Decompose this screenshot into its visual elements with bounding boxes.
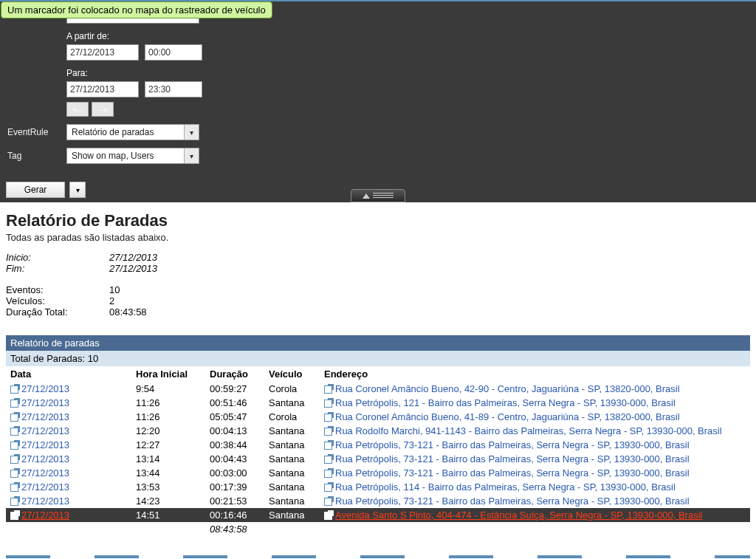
generate-button[interactable]: Gerar (6, 182, 65, 198)
section-header: Relatório de paradas (6, 335, 750, 351)
date-link[interactable]: 27/12/2013 (21, 467, 69, 479)
from-label: A partir de: (66, 31, 202, 41)
address-link[interactable]: Rua Petrópolis, 73-121 - Bairro das Palm… (335, 467, 690, 479)
to-time-input[interactable] (145, 81, 202, 97)
from-time-input[interactable] (145, 44, 202, 61)
external-link-icon[interactable] (324, 512, 332, 520)
col-endereco[interactable]: Endereço (320, 366, 750, 382)
address-link[interactable]: Rua Coronel Amâncio Bueno, 41-89 - Centr… (335, 411, 680, 422)
cell-veiculo: Corola (264, 382, 320, 396)
address-link[interactable]: Rua Petrópolis, 73-121 - Bairro das Palm… (335, 453, 690, 464)
fim-label: Fim: (6, 263, 109, 274)
external-link-icon[interactable] (324, 456, 332, 464)
table-row[interactable]: 27/12/201311:2600:51:46SantanaRua Petróp… (6, 396, 750, 410)
date-link[interactable]: 27/12/2013 (21, 411, 69, 422)
external-link-icon[interactable] (10, 442, 18, 450)
external-link-icon[interactable] (10, 414, 18, 422)
chevron-down-icon: ▾ (76, 186, 80, 194)
report-title: Relatório de Paradas (6, 211, 750, 230)
external-link-icon[interactable] (324, 484, 332, 492)
table-row[interactable]: 27/12/20139:5400:59:27CorolaRua Coronel … (6, 382, 750, 396)
report-subtitle: Todas as paradas são listadas abaixo. (6, 232, 750, 243)
chevron-down-icon: ▾ (184, 148, 199, 163)
grip-lines-icon (373, 193, 394, 199)
cell-veiculo: Santana (264, 396, 320, 410)
cell-duracao: 05:05:47 (205, 410, 264, 424)
external-link-icon[interactable] (10, 470, 18, 478)
address-link[interactable]: Rua Petrópolis, 73-121 - Bairro das Palm… (335, 439, 690, 450)
generate-dropdown-button[interactable]: ▾ (69, 182, 86, 198)
inicio-value: 27/12/2013 (109, 252, 157, 263)
external-link-icon[interactable] (324, 428, 332, 436)
external-link-icon[interactable] (10, 512, 18, 520)
table-row[interactable]: 27/12/201312:2000:04:13SantanaRua Rodolf… (6, 424, 750, 438)
external-link-icon[interactable] (10, 428, 18, 436)
cell-duracao: 00:04:13 (205, 424, 264, 438)
tag-combo[interactable]: Show on map, Users ▾ (66, 148, 199, 164)
address-link[interactable]: Rua Coronel Amâncio Bueno, 42-90 - Centr… (335, 383, 680, 394)
table-row[interactable]: 27/12/201313:1400:04:43SantanaRua Petróp… (6, 452, 750, 466)
col-duracao[interactable]: Duração (205, 366, 264, 382)
col-data[interactable]: Data (6, 366, 131, 382)
external-link-icon[interactable] (324, 470, 332, 478)
next-period-button[interactable]: --> (92, 102, 114, 117)
prev-period-button[interactable]: <-- (66, 102, 89, 117)
date-link[interactable]: 27/12/2013 (21, 439, 69, 450)
eventrule-label: EventRule (7, 127, 66, 137)
external-link-icon[interactable] (324, 385, 332, 394)
date-link[interactable]: 27/12/2013 (21, 495, 69, 507)
report-area: Relatório de Paradas Todas as paradas sã… (0, 202, 756, 559)
cell-hora: 11:26 (131, 396, 205, 410)
collapse-handle[interactable] (351, 189, 405, 202)
address-link[interactable]: Rua Rodolfo Marchi, 941-1143 - Bairro da… (335, 425, 722, 436)
table-row[interactable]: 27/12/201313:5300:17:39SantanaRua Petróp… (6, 480, 750, 494)
external-link-icon[interactable] (324, 498, 332, 506)
external-link-icon[interactable] (324, 399, 332, 408)
duracao-total-label: Duração Total: (6, 306, 109, 318)
cell-hora: 14:23 (131, 494, 205, 508)
eventrule-combo[interactable]: Relatório de paradas ▾ (66, 124, 199, 140)
table-row[interactable]: 27/12/201311:2605:05:47CorolaRua Coronel… (6, 410, 750, 424)
date-link[interactable]: 27/12/2013 (21, 453, 69, 464)
cell-hora: 9:54 (131, 382, 205, 396)
duracao-total-value: 08:43:58 (109, 306, 147, 318)
external-link-icon[interactable] (10, 498, 18, 506)
cell-duracao: 00:21:53 (205, 494, 264, 508)
table-row[interactable]: 27/12/201314:2300:21:53SantanaRua Petróp… (6, 494, 750, 508)
cell-duracao: 00:38:44 (205, 438, 264, 452)
col-hora[interactable]: Hora Inicial (131, 366, 205, 382)
action-bar: Gerar ▾ (0, 177, 756, 202)
date-link[interactable]: 27/12/2013 (21, 425, 69, 436)
tag-value: Show on map, Users (67, 151, 184, 161)
external-link-icon[interactable] (10, 484, 18, 492)
from-date-input[interactable] (66, 44, 139, 61)
external-link-icon[interactable] (10, 456, 18, 464)
cell-hora: 11:26 (131, 410, 205, 424)
cell-veiculo: Corola (264, 410, 320, 424)
cell-veiculo: Santana (264, 466, 320, 480)
eventos-label: Eventos: (6, 284, 109, 295)
external-link-icon[interactable] (10, 399, 18, 408)
table-row[interactable]: 27/12/201314:5100:16:46SantanaAvenida Sa… (6, 508, 750, 522)
cell-hora: 13:14 (131, 452, 205, 466)
veiculos-label: Veículos: (6, 295, 109, 306)
date-link[interactable]: 27/12/2013 (21, 481, 69, 493)
date-link[interactable]: 27/12/2013 (21, 397, 69, 408)
date-link[interactable]: 27/12/2013 (21, 510, 69, 521)
cell-hora: 14:51 (131, 508, 205, 522)
address-link[interactable]: Avenida Santo S Pinto, 404-474 - Estânci… (335, 510, 702, 521)
table-row[interactable]: 27/12/201312:2700:38:44SantanaRua Petróp… (6, 438, 750, 452)
external-link-icon[interactable] (324, 442, 332, 450)
to-date-input[interactable] (66, 81, 139, 97)
date-link[interactable]: 27/12/2013 (21, 383, 69, 394)
col-veiculo[interactable]: Veículo (264, 366, 320, 382)
external-link-icon[interactable] (10, 385, 18, 394)
address-link[interactable]: Rua Petrópolis, 114 - Bairro das Palmeir… (335, 481, 676, 493)
section-sub: Total de Paradas: 10 (6, 351, 750, 366)
stops-table: Data Hora Inicial Duração Veículo Endere… (6, 366, 750, 536)
address-link[interactable]: Rua Petrópolis, 121 - Bairro das Palmeir… (335, 397, 676, 408)
address-link[interactable]: Rua Petrópolis, 73-121 - Bairro das Palm… (335, 495, 690, 507)
cell-duracao: 00:03:00 (205, 466, 264, 480)
external-link-icon[interactable] (324, 414, 332, 422)
table-row[interactable]: 27/12/201313:4400:03:00SantanaRua Petróp… (6, 466, 750, 480)
